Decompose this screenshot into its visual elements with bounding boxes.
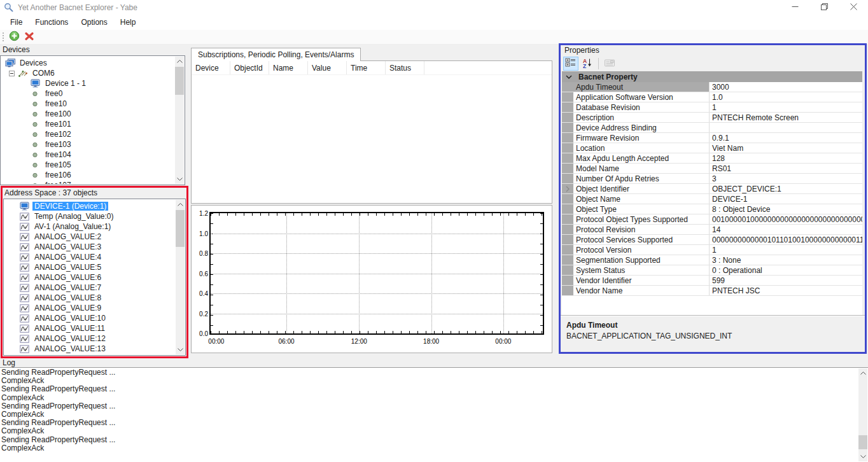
property-value[interactable] <box>710 123 862 132</box>
tree-item[interactable]: ANALOG_VALUE:8 <box>4 293 176 303</box>
property-name[interactable]: Protocol Version <box>573 245 710 255</box>
property-value[interactable]: 0010000010000000000000000000000000000000… <box>710 214 862 224</box>
restore-button[interactable] <box>809 0 839 15</box>
column-header-time[interactable]: Time <box>347 61 386 74</box>
tree-item[interactable]: ANALOG_VALUE:14 <box>4 354 176 354</box>
property-value[interactable]: PNTECH JSC <box>710 286 862 295</box>
collapse-toggle-icon[interactable] <box>9 71 16 76</box>
property-name[interactable]: Description <box>573 113 710 122</box>
property-value[interactable]: OBJECT_DEVICE:1 <box>710 184 862 193</box>
property-row[interactable]: Vendor Identifier599 <box>562 276 862 286</box>
property-value[interactable]: 3 <box>710 174 862 183</box>
property-name[interactable]: Location <box>573 143 710 153</box>
column-header-device[interactable]: Device <box>192 61 230 74</box>
scroll-up-icon[interactable] <box>858 368 867 378</box>
tree-item[interactable]: COM6 <box>1 68 175 78</box>
property-row[interactable]: System Status0 : Operational <box>562 265 862 276</box>
property-name[interactable]: Device Address Binding <box>573 123 710 132</box>
property-name[interactable]: Database Revision <box>573 102 710 112</box>
tree-item[interactable]: free101 <box>1 119 175 129</box>
menu-item-help[interactable]: Help <box>114 15 143 29</box>
property-name[interactable]: Application Software Version <box>573 92 710 102</box>
scroll-up-icon[interactable] <box>176 200 185 209</box>
property-name[interactable]: Protocol Object Types Supported <box>573 214 710 224</box>
property-name[interactable]: Object Name <box>573 194 710 204</box>
property-row[interactable]: Number Of Apdu Retries3 <box>562 174 862 184</box>
property-row[interactable]: Device Address Binding <box>562 123 862 133</box>
column-header-name[interactable]: Name <box>269 61 308 74</box>
tree-item[interactable]: ANALOG_VALUE:3 <box>4 242 176 252</box>
scrollbar-thumb[interactable] <box>176 210 185 247</box>
property-name[interactable]: Max Apdu Length Accepted <box>573 153 710 163</box>
property-row[interactable]: Protocol Object Types Supported001000001… <box>562 214 862 225</box>
property-value[interactable]: 599 <box>710 276 862 285</box>
tree-item[interactable]: ANALOG_VALUE:4 <box>4 252 176 262</box>
close-button[interactable] <box>839 0 868 15</box>
delete-device-button[interactable] <box>22 30 36 44</box>
tree-item[interactable]: DEVICE-1 (Device:1) <box>4 201 176 211</box>
sort-alphabetical-button[interactable]: AZ <box>580 57 595 71</box>
scroll-down-icon[interactable] <box>858 452 867 461</box>
property-value[interactable]: 1.0 <box>710 92 862 102</box>
tree-item[interactable]: free107 <box>1 180 175 184</box>
property-value[interactable]: 14 <box>710 225 862 234</box>
column-header-value[interactable]: Value <box>308 61 347 74</box>
property-name[interactable]: Segmentation Supported <box>573 255 710 265</box>
property-name[interactable]: Object Type <box>573 204 710 214</box>
property-category-row[interactable]: Bacnet Property <box>562 71 862 82</box>
property-value[interactable]: 128 <box>710 153 862 163</box>
property-name[interactable]: Protocol Revision <box>573 225 710 234</box>
tree-item[interactable]: free103 <box>1 139 175 150</box>
expand-chevron-icon[interactable] <box>562 184 573 193</box>
property-value[interactable]: 8 : Object Device <box>710 204 862 214</box>
property-value[interactable]: 0 : Operational <box>710 265 862 275</box>
property-row[interactable]: Firmware Revision0.9.1 <box>562 133 862 143</box>
property-value[interactable]: 1 <box>710 102 862 112</box>
property-row[interactable]: Database Revision1 <box>562 102 862 113</box>
property-name[interactable]: Number Of Apdu Retries <box>573 174 710 183</box>
property-row[interactable]: Application Software Version1.0 <box>562 92 862 102</box>
property-value[interactable]: 3000 <box>710 82 862 92</box>
log-scrollbar[interactable] <box>858 368 867 461</box>
property-value[interactable]: 0.9.1 <box>710 133 862 143</box>
tree-item[interactable]: ANALOG_VALUE:9 <box>4 303 176 313</box>
scroll-down-icon[interactable] <box>176 345 185 354</box>
column-header-status[interactable]: Status <box>386 61 424 74</box>
property-name[interactable]: Vendor Name <box>573 286 710 295</box>
tree-item[interactable]: free105 <box>1 160 175 170</box>
property-value[interactable]: Viet Nam <box>710 143 862 153</box>
property-row[interactable]: Object NameDEVICE-1 <box>562 194 862 204</box>
property-row[interactable]: Apdu Timeout3000 <box>562 82 862 92</box>
tree-item[interactable]: ANALOG_VALUE:11 <box>4 323 176 333</box>
property-name[interactable]: Vendor Identifier <box>573 276 710 285</box>
scrollbar-thumb[interactable] <box>858 435 867 449</box>
property-row[interactable]: DescriptionPNTECH Remote Screen <box>562 113 862 123</box>
categorized-button[interactable] <box>563 57 578 71</box>
property-value[interactable]: DEVICE-1 <box>710 194 862 204</box>
property-value[interactable]: 3 : None <box>710 255 862 265</box>
tree-item[interactable]: ANALOG_VALUE:5 <box>4 262 176 272</box>
tree-item[interactable]: Device 1 - 1 <box>1 78 175 88</box>
tree-item[interactable]: ANALOG_VALUE:10 <box>4 313 176 323</box>
tree-item[interactable]: free102 <box>1 129 175 139</box>
tree-item[interactable]: AV-1 (Analog_Value:1) <box>4 221 176 232</box>
property-row[interactable]: Protocol Services Supported0000000000000… <box>562 235 862 245</box>
property-row[interactable]: Protocol Version1 <box>562 245 862 255</box>
property-row[interactable]: LocationViet Nam <box>562 143 862 153</box>
scroll-up-icon[interactable] <box>175 57 184 66</box>
property-value[interactable]: RS01 <box>710 164 862 173</box>
property-pages-button[interactable] <box>602 57 617 71</box>
tree-item[interactable]: Devices <box>1 58 175 68</box>
tree-item[interactable]: ANALOG_VALUE:13 <box>4 344 176 354</box>
scroll-down-icon[interactable] <box>175 174 184 184</box>
property-row[interactable]: Max Apdu Length Accepted128 <box>562 153 862 164</box>
property-row[interactable]: Protocol Revision14 <box>562 225 862 235</box>
property-value[interactable]: PNTECH Remote Screen <box>710 113 862 122</box>
property-name[interactable]: Firmware Revision <box>573 133 710 143</box>
devices-scrollbar[interactable] <box>175 57 184 184</box>
tree-item[interactable]: free10 <box>1 99 175 109</box>
property-name[interactable]: Object Identifier <box>573 184 710 193</box>
scrollbar-thumb[interactable] <box>175 67 184 95</box>
add-device-button[interactable] <box>7 30 22 44</box>
tree-item[interactable]: free100 <box>1 109 175 119</box>
